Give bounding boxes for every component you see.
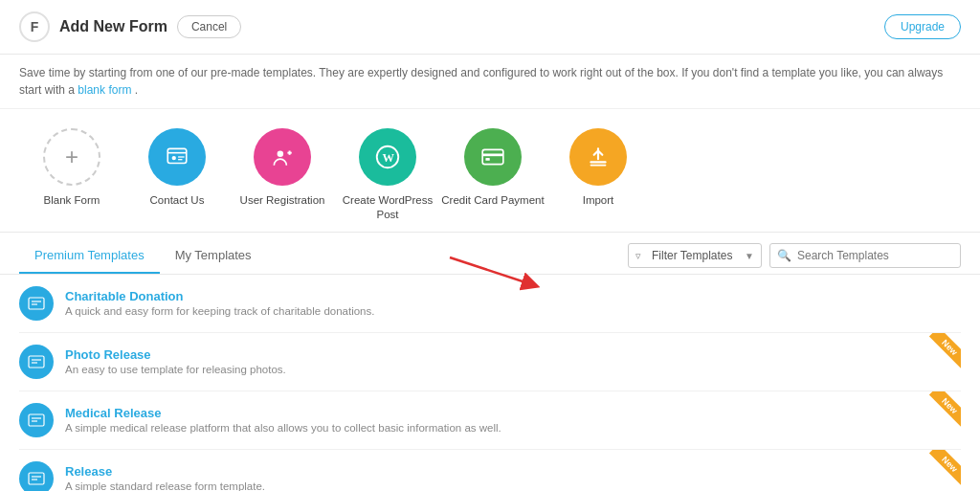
wp-post-label: Create WordPress Post [335, 193, 440, 222]
tab-my-templates[interactable]: My Templates [160, 238, 267, 274]
medical-release-name: Medical Release [65, 406, 961, 420]
svg-rect-14 [29, 298, 44, 309]
subtitle: Save time by starting from one of our pr… [0, 55, 980, 109]
template-icon-credit-card[interactable]: Credit Card Payment [440, 128, 546, 208]
photo-release-icon [19, 345, 54, 379]
filter-templates-select[interactable]: Filter Templates All Contact Payment Reg… [628, 243, 762, 268]
blank-form-label: Blank Form [44, 193, 100, 208]
filter-wrapper: ▿ Filter Templates All Contact Payment R… [628, 243, 762, 268]
template-item-photo-release[interactable]: Photo Release An easy to use template fo… [19, 333, 961, 391]
photo-release-desc: An easy to use template for releasing ph… [65, 364, 961, 375]
template-icon-import[interactable]: Import [546, 128, 651, 208]
user-registration-label: User Registration [240, 193, 325, 208]
main-content: Premium Templates My Templates ▿ Filter … [0, 238, 980, 491]
svg-text:W: W [382, 151, 394, 165]
release-icon [19, 461, 54, 491]
charitable-desc: A quick and easy form for keeping track … [65, 305, 961, 317]
charitable-icon [19, 286, 54, 321]
search-icon: 🔍 [777, 249, 791, 262]
svg-rect-0 [167, 148, 187, 163]
logo-icon: F [19, 11, 50, 42]
template-list: Charitable Donation A quick and easy for… [0, 275, 980, 491]
credit-card-icon [464, 128, 522, 186]
template-icons-row: + Blank Form Contact Us User Registratio… [0, 109, 980, 233]
tabs-left: Premium Templates My Templates [19, 238, 628, 274]
tab-premium-templates[interactable]: Premium Templates [19, 238, 160, 274]
upgrade-button[interactable]: Upgrade [884, 14, 961, 39]
medical-release-content: Medical Release A simple medical release… [65, 406, 961, 434]
header-left: F Add New Form Cancel [19, 11, 241, 42]
tabs-right: ▿ Filter Templates All Contact Payment R… [628, 243, 961, 268]
charitable-content: Charitable Donation A quick and easy for… [65, 289, 961, 317]
contact-us-icon [148, 128, 206, 186]
template-item-charitable[interactable]: Charitable Donation A quick and easy for… [19, 275, 961, 333]
import-label: Import [583, 193, 614, 208]
tabs-row: Premium Templates My Templates ▿ Filter … [0, 238, 980, 275]
charitable-name: Charitable Donation [65, 289, 961, 303]
search-wrapper: 🔍 [769, 243, 961, 268]
import-icon [569, 128, 627, 186]
page-title: Add New Form [59, 18, 167, 35]
template-icon-contact[interactable]: Contact Us [124, 128, 230, 208]
template-icon-wp-post[interactable]: W Create WordPress Post [335, 128, 440, 222]
blank-form-icon: + [43, 128, 100, 186]
photo-release-name: Photo Release [65, 347, 961, 362]
search-templates-input[interactable] [769, 243, 961, 268]
medical-release-desc: A simple medical release platform that a… [65, 422, 961, 434]
release-content: Release A simple standard release form t… [65, 464, 961, 491]
release-name: Release [65, 464, 961, 479]
svg-rect-10 [482, 149, 503, 164]
user-registration-icon [254, 128, 311, 186]
contact-us-label: Contact Us [150, 193, 205, 208]
svg-point-2 [172, 156, 176, 160]
new-ribbon-release: New [915, 450, 961, 491]
release-desc: A simple standard release form template. [65, 480, 961, 491]
svg-rect-12 [485, 158, 489, 161]
template-item-medical-release[interactable]: Medical Release A simple medical release… [19, 391, 961, 450]
new-ribbon-photo: New [915, 333, 961, 379]
template-icon-blank[interactable]: + Blank Form [19, 128, 124, 208]
template-item-release[interactable]: Release A simple standard release form t… [19, 450, 961, 491]
template-icon-user-reg[interactable]: User Registration [230, 128, 335, 208]
svg-rect-17 [29, 356, 44, 368]
svg-point-5 [278, 151, 284, 158]
medical-release-icon [19, 403, 54, 437]
photo-release-content: Photo Release An easy to use template fo… [65, 347, 961, 375]
cancel-button[interactable]: Cancel [177, 15, 241, 38]
wp-post-icon: W [359, 128, 416, 186]
credit-card-label: Credit Card Payment [441, 193, 544, 208]
new-ribbon-medical: New [915, 391, 961, 437]
blank-form-link[interactable]: blank form [78, 83, 131, 97]
header: F Add New Form Cancel Upgrade [0, 0, 980, 55]
svg-rect-20 [29, 414, 44, 426]
svg-rect-23 [29, 473, 44, 484]
